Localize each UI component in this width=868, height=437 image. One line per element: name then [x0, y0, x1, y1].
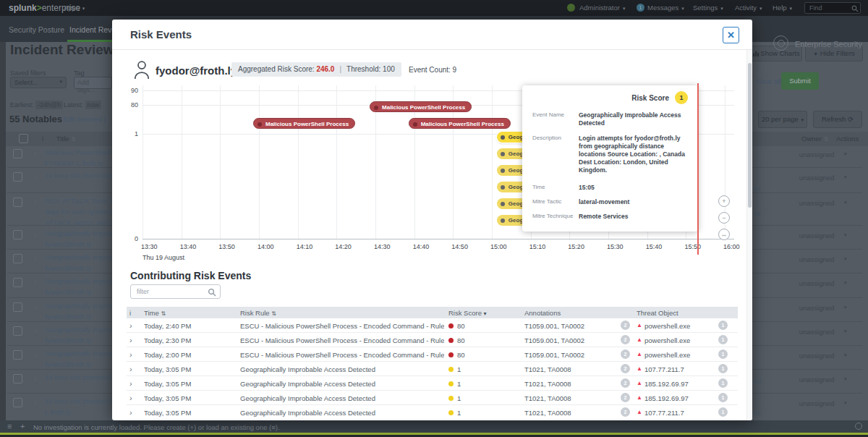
investigation-list-icon[interactable]: ≡ [7, 422, 12, 430]
notable-title[interactable]: Malicious PowerShell E [45, 148, 113, 156]
owner-caret-icon[interactable]: ▾ [844, 400, 847, 406]
annotation-count-badge[interactable]: 2 [621, 349, 630, 359]
contrib-row[interactable]: ›Today, 2:30 PMESCU - Malicious PowerShe… [127, 333, 738, 347]
row-expander-icon[interactable]: › [34, 399, 37, 406]
notable-title[interactable]: Geographically improb [45, 302, 113, 310]
row-checkbox[interactable] [13, 398, 22, 407]
contrib-rule[interactable]: Geographically Improbable Access Detecte… [240, 409, 444, 417]
zoom-out-icon[interactable]: − [718, 212, 730, 224]
menu-messages[interactable]: Messages [647, 4, 684, 12]
owner-caret-icon[interactable]: ▾ [844, 305, 847, 310]
contrib-rule[interactable]: Geographically Improbable Access Detecte… [240, 394, 444, 402]
owner-caret-icon[interactable]: ▾ [844, 256, 847, 262]
row-checkbox[interactable] [13, 302, 22, 312]
row-checkbox[interactable] [13, 326, 22, 336]
notable-title[interactable]: fyodor@froth.ly [45, 313, 113, 321]
row-expander-icon[interactable]: › [34, 198, 37, 205]
contrib-col-time[interactable]: Time ⇅ [144, 309, 166, 317]
contrib-annotations[interactable]: T1021, TA0008 [524, 365, 615, 373]
contrib-threat[interactable]: powershell.exe [644, 336, 717, 344]
owner-caret-icon[interactable]: ▾ [844, 200, 847, 205]
row-expander-icon[interactable]: › [129, 379, 132, 388]
select-all-checkbox[interactable] [19, 134, 28, 143]
close-icon[interactable]: ✕ [723, 27, 739, 43]
contrib-row[interactable]: ›Today, 3:05 PMGeographically Improbable… [127, 362, 738, 376]
risk-chart[interactable]: Thu 19 August + − ↔ Risk Score 1 Event N… [112, 83, 752, 260]
menu-help[interactable]: Help [773, 4, 792, 12]
contrib-annotations[interactable]: T1021, TA0008 [524, 409, 615, 417]
owner-value[interactable]: unassigned [793, 150, 841, 158]
row-expander-icon[interactable]: › [129, 336, 132, 344]
edit-selected-link[interactable]: Edit Selected | [64, 116, 106, 123]
row-checkbox[interactable] [13, 374, 22, 383]
notable-title[interactable]: fyodor@froth.ly [45, 264, 113, 272]
notable-title[interactable]: fyodor@froth.ly [45, 336, 113, 344]
contrib-annotations[interactable]: T1059.001, TA0002 [524, 322, 615, 330]
tag-input[interactable]: Add tags... [74, 77, 112, 89]
threat-count-badge[interactable]: 1 [718, 349, 728, 359]
threat-count-badge[interactable]: 1 [718, 378, 728, 388]
owner-value[interactable]: unassigned [793, 304, 841, 312]
contrib-filter-input[interactable] [135, 287, 204, 297]
contrib-row[interactable]: ›Today, 3:05 PMGeographically Improbable… [127, 391, 738, 405]
find-input[interactable] [808, 4, 850, 12]
tab-security-posture[interactable]: Security Posture [9, 25, 64, 34]
owner-value[interactable]: unassigned [793, 255, 841, 263]
owner-caret-icon[interactable]: ▾ [844, 352, 847, 358]
row-checkbox[interactable] [13, 350, 22, 360]
contrib-threat[interactable]: powershell.exe [644, 322, 717, 330]
contrib-threat[interactable]: 185.192.69.97 [644, 394, 717, 402]
annotation-count-badge[interactable]: 2 [621, 407, 630, 417]
contrib-threat[interactable]: 107.77.211.7 [644, 409, 717, 417]
notable-title[interactable]: days for user=fyodor@ [45, 208, 113, 216]
contrib-threat[interactable]: 107.77.211.7 [644, 365, 717, 373]
menu-settings[interactable]: Settings [693, 4, 723, 12]
row-expander-icon[interactable]: › [129, 408, 132, 417]
contrib-rule[interactable]: ESCU - Malicious PowerShell Process - En… [240, 322, 444, 330]
contrib-rule[interactable]: Geographically Improbable Access Detecte… [240, 365, 444, 373]
owner-value[interactable]: unassigned [793, 328, 841, 336]
notable-title[interactable]: 24 hour risk threshold [45, 171, 113, 179]
threat-count-badge[interactable]: 1 [718, 364, 728, 373]
investigation-add-icon[interactable]: + [20, 422, 25, 430]
owner-value[interactable]: unassigned [793, 279, 841, 287]
notable-title[interactable]: fyodor@froth.ly [45, 360, 113, 368]
notable-title[interactable]: FYODOR-L.froth.ly [45, 159, 113, 167]
contrib-threat[interactable]: powershell.exe [644, 351, 717, 359]
annotation-count-badge[interactable]: 2 [621, 335, 630, 344]
row-expander-icon[interactable]: › [34, 150, 37, 157]
contrib-rule[interactable]: Geographically Improbable Access Detecte… [240, 380, 444, 388]
row-expander-icon[interactable]: › [129, 350, 132, 359]
contrib-col-score[interactable]: Risk Score ▾ [448, 309, 487, 317]
owner-value[interactable]: unassigned [793, 352, 841, 360]
contrib-rule[interactable]: ESCU - Malicious PowerShell Process - En… [240, 336, 444, 344]
owner-column-header[interactable]: Owner ⇅ [801, 135, 828, 143]
row-expander-icon[interactable]: › [34, 231, 37, 238]
risk-event-pill[interactable]: Malicious PowerShell Process [370, 101, 472, 112]
row-checkbox[interactable] [13, 230, 22, 239]
owner-caret-icon[interactable]: ▾ [844, 232, 847, 238]
health-status-icon[interactable] [567, 4, 575, 12]
threat-count-badge[interactable]: 1 [718, 321, 728, 330]
contrib-row[interactable]: ›Today, 3:05 PMGeographically Improbable… [127, 405, 738, 420]
notable-title[interactable]: Geographically improb [45, 253, 113, 261]
zoom-in-icon[interactable]: + [718, 195, 730, 207]
owner-caret-icon[interactable]: ▾ [844, 376, 847, 382]
owner-caret-icon[interactable]: ▾ [844, 174, 847, 180]
owner-value[interactable]: unassigned [793, 232, 841, 239]
contrib-rule[interactable]: ESCU - Malicious PowerShell Process - En… [240, 351, 444, 359]
row-expander-icon[interactable]: › [34, 173, 37, 180]
row-expander-icon[interactable]: › [34, 351, 37, 358]
row-expander-icon[interactable]: › [34, 375, 37, 382]
notable-title[interactable]: 24 hour risk threshold [45, 397, 113, 405]
contrib-threat[interactable]: 185.192.69.97 [644, 380, 717, 388]
zoom-reset-icon[interactable]: ↔ [718, 229, 730, 240]
notable-title[interactable]: Geographically improb [45, 277, 113, 285]
owner-value[interactable]: unassigned [793, 174, 841, 182]
threat-count-badge[interactable]: 1 [718, 393, 728, 402]
row-expander-icon[interactable]: › [34, 255, 37, 262]
row-checkbox[interactable] [13, 149, 22, 158]
contrib-row[interactable]: ›Today, 2:40 PMESCU - Malicious PowerShe… [127, 318, 738, 333]
status-bar-circle-icon[interactable] [855, 423, 862, 430]
row-expander-icon[interactable]: › [34, 327, 37, 334]
